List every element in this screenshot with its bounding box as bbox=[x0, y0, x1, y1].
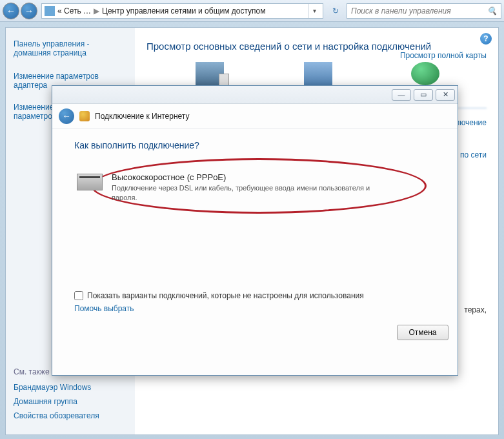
sidebar-link-homegroup[interactable]: Домашняя группа bbox=[14, 397, 99, 406]
maximize-button[interactable]: ▭ bbox=[414, 89, 433, 101]
minimize-button[interactable]: — bbox=[392, 89, 411, 101]
breadcrumb-prefix: « Сеть … bbox=[57, 6, 91, 15]
option-pppoe[interactable]: Высокоскоростное (с PPPoE) Подключение ч… bbox=[74, 167, 436, 208]
search-input[interactable]: Поиск в панели управления 🔍 bbox=[347, 3, 501, 19]
network-node-icon bbox=[304, 62, 332, 85]
search-placeholder: Поиск в панели управления bbox=[351, 6, 451, 15]
cancel-button[interactable]: Отмена bbox=[397, 325, 449, 340]
show-unconfigured-input[interactable] bbox=[74, 291, 83, 300]
help-icon[interactable]: ? bbox=[480, 33, 492, 45]
network-icon bbox=[45, 6, 55, 16]
show-unconfigured-label: Показать варианты подключений, которые н… bbox=[87, 291, 364, 300]
page-title: Просмотр основных сведений о сети и наст… bbox=[146, 41, 487, 52]
breadcrumb-current: Центр управления сетями и общим доступом bbox=[102, 6, 266, 15]
chevron-right-icon: ▶ bbox=[91, 6, 102, 15]
breadcrumb[interactable]: « Сеть … ▶ Центр управления сетями и общ… bbox=[41, 3, 323, 19]
dialog-title: Подключение к Интернету bbox=[95, 112, 190, 121]
partial-text-3: терах, bbox=[464, 305, 487, 314]
option-pppoe-desc: Подключение через DSL или кабель, требую… bbox=[112, 183, 396, 203]
close-button[interactable]: ✕ bbox=[436, 89, 455, 101]
internet-globe-icon bbox=[411, 62, 439, 85]
sidebar-link-browser-props[interactable]: Свойства обозревателя bbox=[14, 411, 99, 420]
connect-internet-dialog: — ▭ ✕ ← Подключение к Интернету Как выпо… bbox=[52, 85, 458, 376]
option-pppoe-title: Высокоскоростное (с PPPoE) bbox=[112, 172, 396, 182]
view-full-map-link[interactable]: Просмотр полной карты bbox=[400, 51, 487, 60]
dialog-question: Как выполнить подключение? bbox=[74, 140, 436, 150]
wizard-icon bbox=[79, 111, 90, 121]
desktop-icon bbox=[196, 62, 224, 85]
modem-icon bbox=[77, 174, 103, 190]
nav-forward-button[interactable]: → bbox=[21, 3, 37, 19]
search-icon: 🔍 bbox=[487, 6, 497, 15]
help-choose-link[interactable]: Помочь выбрать bbox=[74, 304, 436, 313]
sidebar-link-firewall[interactable]: Брандмауэр Windows bbox=[14, 383, 99, 392]
show-unconfigured-checkbox[interactable]: Показать варианты подключений, которые н… bbox=[74, 291, 436, 300]
refresh-button[interactable]: ↻ bbox=[328, 4, 343, 18]
dialog-back-button[interactable]: ← bbox=[59, 108, 74, 124]
nav-back-button[interactable]: ← bbox=[3, 3, 19, 19]
sidebar-title[interactable]: Панель управления - домашняя страница bbox=[14, 39, 127, 57]
breadcrumb-dropdown[interactable]: ▾ bbox=[308, 4, 320, 18]
